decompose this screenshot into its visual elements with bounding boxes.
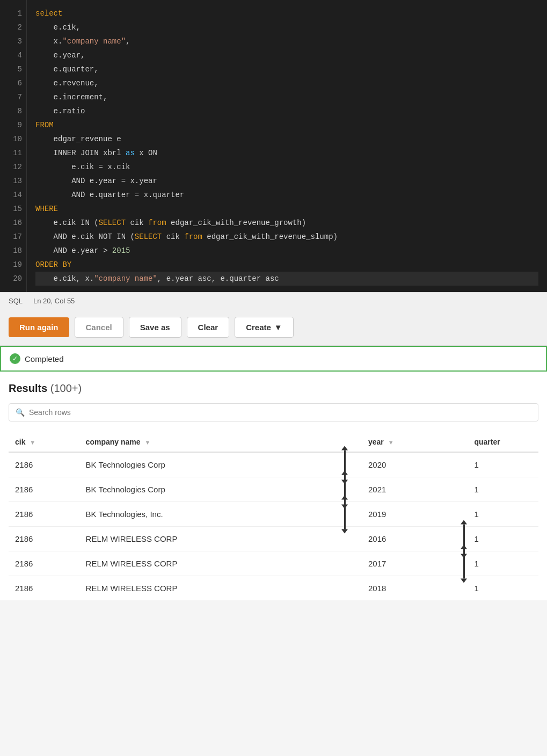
check-icon: ✓ [10, 353, 20, 364]
sort-icon-year: ▼ [388, 439, 394, 446]
cell-quarter: 1 [468, 452, 538, 477]
table-row: 2186 BK Technologies Corp 2021 1 [9, 477, 538, 502]
cell-cik: 2186 [9, 477, 79, 502]
results-table: cik ▼ company name ▼ year ▼ quarter 21 [9, 432, 538, 600]
results-count: (100+) [50, 382, 82, 394]
cell-year: 2018 [362, 576, 468, 601]
cell-company: RELM WIRELESS CORP [79, 576, 362, 601]
table-row: 2186 BK Technologies, Inc. 2019 1 [9, 502, 538, 527]
create-button[interactable]: Create ▼ [235, 317, 294, 338]
column-header-year[interactable]: year ▼ [362, 432, 468, 452]
sort-icon-cik: ▼ [30, 439, 35, 446]
cell-cik: 2186 [9, 502, 79, 527]
cell-quarter: 1 [468, 502, 538, 527]
cell-cik: 2186 [9, 527, 79, 551]
search-input[interactable] [29, 408, 531, 417]
cell-company: BK Technologies Corp [79, 477, 362, 502]
cell-quarter: 1 [468, 576, 538, 601]
sort-icon-company: ▼ [144, 439, 150, 446]
cell-year: 2020 [362, 452, 468, 477]
cell-company: RELM WIRELESS CORP [79, 527, 362, 551]
table-row: 2186 RELM WIRELESS CORP 2018 1 [9, 576, 538, 601]
column-header-quarter: quarter [468, 432, 538, 452]
table-header-row: cik ▼ company name ▼ year ▼ quarter [9, 432, 538, 452]
run-again-button[interactable]: Run again [9, 317, 69, 337]
cell-year: 2016 [362, 527, 468, 551]
cell-cik: 2186 [9, 452, 79, 477]
cell-year: 2021 [362, 477, 468, 502]
cell-quarter: 1 [468, 527, 538, 551]
cell-quarter: 1 [468, 477, 538, 502]
results-title: Results (100+) [9, 382, 538, 395]
search-container: 🔍 [9, 403, 538, 421]
column-header-cik[interactable]: cik ▼ [9, 432, 79, 452]
save-as-button[interactable]: Save as [129, 317, 181, 338]
cell-cik: 2186 [9, 576, 79, 601]
cell-cik: 2186 [9, 551, 79, 576]
results-section: Results (100+) 🔍 cik ▼ company name ▼ ye… [0, 372, 547, 600]
code-editor: 12345 678910 1112131415 1617181920 selec… [0, 0, 547, 292]
language-indicator: SQL [9, 297, 23, 305]
table-row: 2186 RELM WIRELESS CORP 2016 1 [9, 527, 538, 551]
cancel-button[interactable]: Cancel [75, 317, 123, 338]
cell-company: BK Technologies Corp [79, 452, 362, 477]
cell-company: RELM WIRELESS CORP [79, 551, 362, 576]
table-row: 2186 BK Technologies Corp 2020 1 [9, 452, 538, 477]
clear-button[interactable]: Clear [187, 317, 230, 338]
completed-banner: ✓ Completed [0, 346, 547, 372]
cell-quarter: 1 [468, 551, 538, 576]
table-row: 2186 RELM WIRELESS CORP 2017 1 [9, 551, 538, 576]
line-numbers: 12345 678910 1112131415 1617181920 [0, 0, 27, 292]
code-text[interactable]: select e.cik, x."company name", e.year, … [27, 0, 547, 292]
cell-year: 2017 [362, 551, 468, 576]
chevron-down-icon: ▼ [274, 323, 282, 332]
column-header-company[interactable]: company name ▼ [79, 432, 362, 452]
create-label: Create [246, 323, 271, 332]
cursor-position: Ln 20, Col 55 [33, 297, 75, 305]
search-icon: 🔍 [16, 408, 25, 417]
toolbar: Run again Cancel Save as Clear Create ▼ [0, 309, 547, 346]
status-bar: SQL Ln 20, Col 55 [0, 292, 547, 309]
cell-company: BK Technologies, Inc. [79, 502, 362, 527]
completed-text: Completed [25, 354, 64, 364]
cell-year: 2019 [362, 502, 468, 527]
